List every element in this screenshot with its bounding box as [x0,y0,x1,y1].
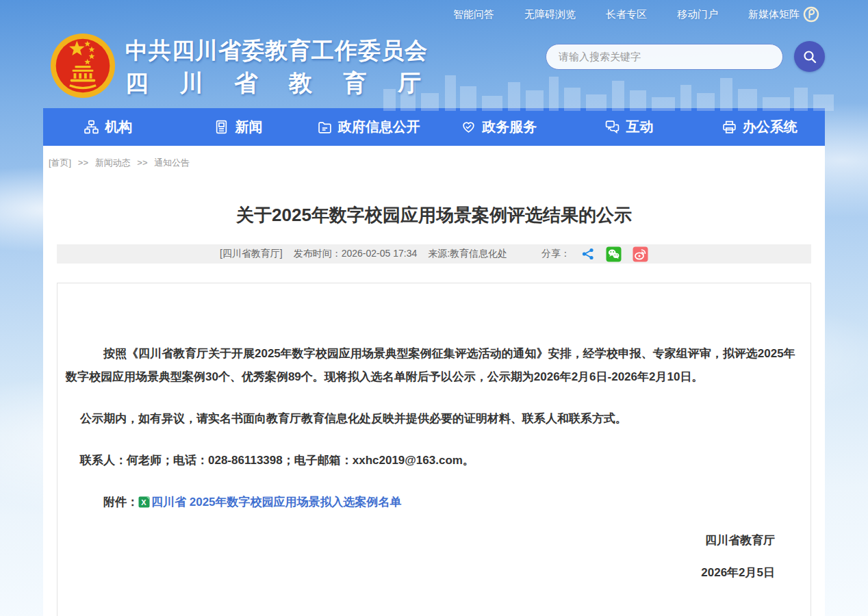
meta-origin: 来源:教育信息化处 [428,248,507,260]
nav-item-interaction[interactable]: 互动 [564,108,694,146]
content-area: [首页] >> 新闻动态 >> 通知公告 关于2025年数字校园应用场景案例评选… [43,146,825,616]
heart-service-icon [461,120,476,134]
news-icon [214,120,229,134]
site-title-block: 中共四川省委教育工作委员会 四 川 省 教 育 厅 [125,36,428,99]
utility-new-media-label: 新媒体矩阵 [748,8,800,21]
share-nodes-icon [581,247,595,261]
org-title-char: 四 [125,68,149,99]
site-header: 中共四川省委教育工作委员会 四 川 省 教 育 厅 [43,27,825,108]
signature-org: 四川省教育厅 [66,532,775,548]
chat-bubbles-icon [605,120,620,134]
meta-share-label: 分享： [541,248,570,260]
search-button[interactable] [794,41,825,72]
article-title: 关于2025年数字校园应用场景案例评选结果的公示 [57,203,811,227]
nav-item-office-system[interactable]: 办公系统 [695,108,825,146]
info-disclosure-icon [318,120,332,134]
nav-item-news[interactable]: 新闻 [173,108,303,146]
breadcrumb-news-link[interactable]: 新闻动态 [95,157,131,168]
nav-label: 新闻 [235,118,262,136]
org-chart-icon [84,120,99,134]
search-area [546,41,825,72]
utility-smart-qa[interactable]: 智能问答 [453,8,494,21]
org-title-char: 育 [343,68,366,99]
share-weibo-button[interactable] [633,246,648,262]
wechat-icon [606,246,622,262]
article-paragraph: 联系人：何老师；电话：028-86113398；电子邮箱：xxhc2019@16… [66,449,802,472]
nav-item-orgs[interactable]: 机构 [43,108,173,146]
article-meta-bar: [四川省教育厅] 发布时间：2026-02-05 17:34 来源:教育信息化处… [57,244,811,264]
utility-nav: 智能问答 无障碍浏览 长者专区 移动门户 新媒体矩阵 [43,0,825,27]
main-nav: 机构 新闻 政府信息公开 政务服务 [43,108,825,146]
utility-mobile-portal[interactable]: 移动门户 [677,8,718,21]
attachment-label: 附件： [80,496,138,509]
nav-label: 政务服务 [482,118,537,136]
breadcrumb-separator: >> [78,157,88,168]
org-title-char: 教 [289,68,312,99]
meta-publish-time: 发布时间：2026-02-05 17:34 [294,248,418,260]
article-paragraph: 按照《四川省教育厅关于开展2025年数字校园应用场景典型案例征集评选活动的通知》… [66,342,802,389]
new-media-matrix-icon [803,6,819,23]
article-paragraph: 公示期内，如有异议，请实名书面向教育厅教育信息化处反映并提供必要的证明材料、联系… [66,407,802,431]
site-logo-block[interactable]: 中共四川省委教育工作委员会 四 川 省 教 育 厅 [50,36,428,99]
utility-accessibility[interactable]: 无障碍浏览 [524,8,576,21]
article-body: 按照《四川省教育厅关于开展2025年数字校园应用场景典型案例征集评选活动的通知》… [57,283,811,616]
nav-label: 办公系统 [743,118,797,136]
attachment-line: 附件：X四川省 2025年数字校园应用场景拟入选案例名单 [66,491,802,514]
nav-label: 机构 [105,118,132,136]
org-title-char: 省 [234,68,257,99]
printer-icon [722,120,737,134]
signature-date: 2026年2月5日 [66,565,775,580]
share-nodes-button[interactable] [581,247,595,261]
nav-label: 互动 [626,118,653,136]
breadcrumb: [首页] >> 新闻动态 >> 通知公告 [43,146,825,179]
attachment-link[interactable]: 四川省 2025年数字校园应用场景拟入选案例名单 [151,496,402,509]
weibo-icon [633,246,648,262]
org-title-char: 厅 [398,68,421,99]
search-icon [802,49,817,64]
org-title-line2: 四 川 省 教 育 厅 [125,68,421,99]
breadcrumb-separator: >> [137,157,147,168]
share-wechat-button[interactable] [606,246,622,262]
signature-block: 四川省教育厅 2026年2月5日 [66,532,802,580]
national-emblem-icon [50,33,116,99]
org-title-line1: 中共四川省委教育工作委员会 [125,36,428,64]
search-input[interactable] [546,44,783,70]
svg-text:X: X [141,498,146,506]
excel-file-icon: X [138,496,150,508]
nav-item-info-disclosure[interactable]: 政府信息公开 [304,108,434,146]
nav-label: 政府信息公开 [338,118,420,136]
utility-new-media[interactable]: 新媒体矩阵 [748,6,819,23]
utility-senior-zone[interactable]: 长者专区 [606,8,647,21]
meta-source-tag: [四川省教育厅] [220,248,283,260]
nav-item-gov-services[interactable]: 政务服务 [434,108,564,146]
org-title-char: 川 [180,68,203,99]
page-container: 智能问答 无障碍浏览 长者专区 移动门户 新媒体矩阵 [43,0,825,616]
breadcrumb-home-link[interactable]: [首页] [49,157,71,168]
breadcrumb-notices-link[interactable]: 通知公告 [154,157,190,168]
